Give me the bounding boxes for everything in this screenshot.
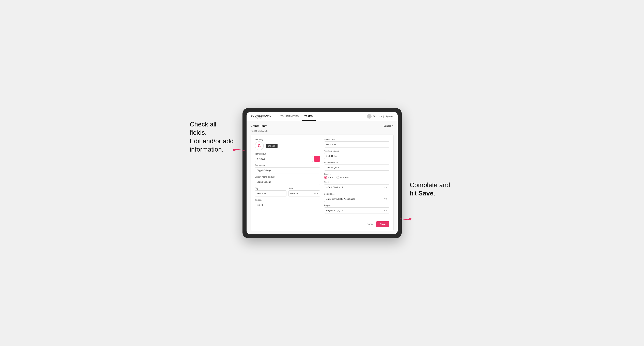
assistant-coach-group: Assistant Coach <box>324 150 389 159</box>
athletic-director-group: Athletic Director <box>324 162 389 171</box>
team-colour-label: Team colour <box>255 153 320 155</box>
colour-input[interactable] <box>255 156 313 162</box>
region-label: Region <box>324 204 389 207</box>
gender-label: Gender <box>324 173 389 175</box>
head-coach-label: Head Coach <box>324 138 389 141</box>
tablet-body: SCOREBOARD Powered by clippi TOURNAMENTS… <box>242 108 402 238</box>
user-avatar: T <box>367 114 372 119</box>
assistant-coach-input[interactable] <box>324 153 389 159</box>
mens-radio-dot[interactable] <box>324 176 327 179</box>
logo-circle: C <box>255 142 264 150</box>
brand: SCOREBOARD Powered by clippi <box>250 114 272 119</box>
division-select-wrapper: NCAA Division III ▲▼ <box>324 184 389 190</box>
form-area: Team logo C Upload <box>250 135 394 231</box>
division-select[interactable]: NCAA Division III <box>324 184 389 190</box>
nav-items: TOURNAMENTS TEAMS <box>278 112 367 121</box>
state-label: State <box>288 187 320 189</box>
navbar: SCOREBOARD Powered by clippi TOURNAMENTS… <box>246 112 398 121</box>
form-columns: Team logo C Upload <box>255 138 389 216</box>
team-name-input[interactable] <box>255 167 320 173</box>
section-label: TEAM DETAILS <box>250 130 394 132</box>
display-name-label: Display name (unique) <box>255 176 320 178</box>
state-subgroup: State New York ✕ ⬆⬇ <box>288 187 320 196</box>
colour-field-wrapper <box>255 156 320 162</box>
app-container: SCOREBOARD Powered by clippi TOURNAMENTS… <box>246 112 398 234</box>
division-label: Division <box>324 181 389 183</box>
page-title: Create Team <box>250 124 268 128</box>
team-logo-label: Team logo <box>255 138 320 141</box>
conference-select[interactable]: University Athletic Association ✕ ⬆⬇ <box>324 196 389 202</box>
conference-group: Conference University Athletic Associati… <box>324 193 389 202</box>
left-column: Team logo C Upload <box>255 138 320 216</box>
city-input[interactable] <box>255 190 286 196</box>
display-name-input[interactable] <box>255 179 320 185</box>
tablet-frame: SCOREBOARD Powered by clippi TOURNAMENTS… <box>242 108 402 238</box>
team-name-group: Team name <box>255 164 320 173</box>
zip-code-group: Zip code <box>255 199 320 208</box>
athletic-director-label: Athletic Director <box>324 162 389 164</box>
brand-name: SCOREBOARD <box>250 114 272 117</box>
annotation-arrow-right <box>399 216 412 222</box>
form-footer: Cancel Save <box>255 219 389 227</box>
cancel-top-button[interactable]: Cancel ✕ <box>384 124 394 127</box>
team-name-label: Team name <box>255 164 320 167</box>
nav-tournaments[interactable]: TOURNAMENTS <box>278 112 302 121</box>
zip-input[interactable] <box>255 202 320 208</box>
city-subgroup: City <box>255 187 286 196</box>
annotation-arrow-left <box>233 148 245 153</box>
save-button[interactable]: Save <box>376 221 389 227</box>
gender-radio-group: Mens Womens <box>324 176 389 179</box>
division-group: Division NCAA Division III ▲▼ <box>324 181 389 190</box>
conference-label: Conference <box>324 193 389 195</box>
gender-mens-option[interactable]: Mens <box>324 176 333 179</box>
nav-user-text: Test User | <box>373 115 384 118</box>
page-title-row: Create Team Cancel ✕ <box>250 124 394 128</box>
athletic-director-input[interactable] <box>324 165 389 171</box>
logo-area: C Upload <box>255 142 320 150</box>
assistant-coach-label: Assistant Coach <box>324 150 389 152</box>
brand-sub: Powered by clippi <box>250 117 272 119</box>
cancel-button[interactable]: Cancel <box>367 223 374 226</box>
womens-radio-dot[interactable] <box>336 176 339 179</box>
region-select[interactable]: Region II - (M) DIII ✕ ⬆⬇ <box>324 207 389 213</box>
instruction-right: Complete and hit Save. <box>410 108 454 198</box>
gender-womens-option[interactable]: Womens <box>336 176 349 179</box>
team-colour-group: Team colour <box>255 153 320 162</box>
right-column: Head Coach Assistant Coach <box>324 138 389 216</box>
city-state-group: City State New York ✕ <box>255 187 320 196</box>
gender-group: Gender Mens <box>324 173 389 179</box>
display-name-group: Display name (unique) <box>255 176 320 185</box>
city-label: City <box>255 187 286 189</box>
nav-teams[interactable]: TEAMS <box>302 112 316 121</box>
state-select[interactable]: New York ✕ ⬆⬇ <box>288 190 320 196</box>
region-group: Region Region II - (M) DIII ✕ ⬆⬇ <box>324 204 389 213</box>
head-coach-input[interactable] <box>324 142 389 148</box>
head-coach-group: Head Coach <box>324 138 389 148</box>
instruction-left: Check all fields. Edit and/or add inform… <box>190 108 234 154</box>
tablet-screen: SCOREBOARD Powered by clippi TOURNAMENTS… <box>246 112 398 234</box>
page-content: Create Team Cancel ✕ TEAM DETAILS <box>246 121 398 234</box>
colour-swatch[interactable] <box>314 156 320 162</box>
zip-label: Zip code <box>255 199 320 201</box>
city-state-row: City State New York ✕ <box>255 187 320 196</box>
sign-out-link[interactable]: Sign out <box>385 115 394 118</box>
team-logo-group: Team logo C Upload <box>255 138 320 150</box>
instruction-left-text: Check all fields. Edit and/or add inform… <box>190 121 234 153</box>
nav-right: T Test User | Sign out <box>367 114 394 119</box>
upload-button[interactable]: Upload <box>266 144 278 148</box>
